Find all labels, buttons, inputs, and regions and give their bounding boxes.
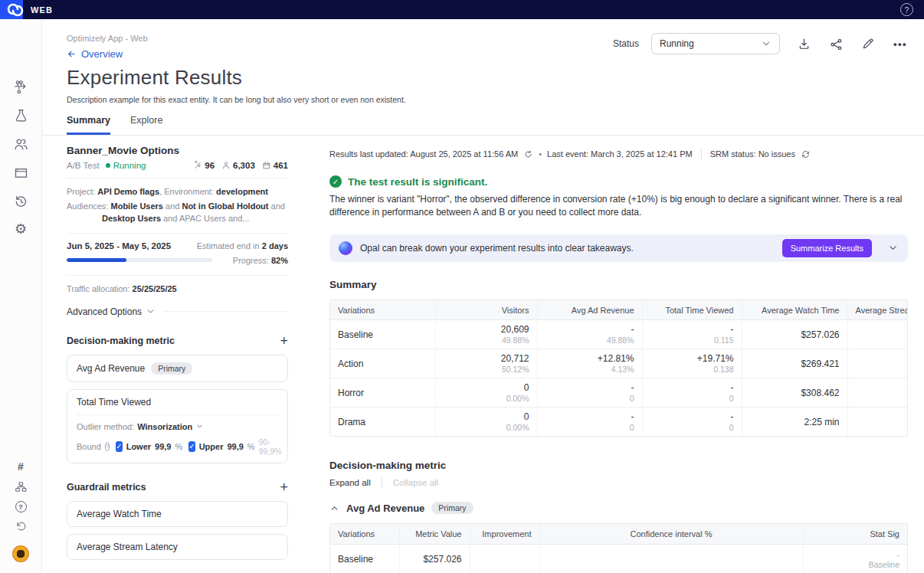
undo-icon[interactable] bbox=[12, 518, 29, 535]
divider bbox=[67, 233, 288, 234]
col-improvement: Improvement bbox=[470, 524, 539, 544]
experiment-status: Running bbox=[113, 161, 146, 170]
metric-card-avg-ad-revenue[interactable]: Avg Ad RevenuePrimary bbox=[67, 355, 288, 382]
experiments-flask-icon[interactable] bbox=[12, 107, 29, 124]
experiment-panel: Banner_Movie Options A/B Test Running 96… bbox=[67, 136, 288, 573]
top-bar: WEB ? bbox=[0, 0, 924, 19]
collapse-all-link[interactable]: Collapse all bbox=[393, 478, 438, 487]
col-average-watch-time: Average Watch Time bbox=[742, 300, 847, 320]
calendar-icon bbox=[262, 161, 271, 170]
bound-range-hint: 90-99,9% bbox=[259, 437, 282, 456]
upper-bound-checkbox[interactable]: ✓ bbox=[188, 441, 195, 452]
date-row: Jun 5, 2025 - May 5, 2025 Estimated end … bbox=[67, 241, 288, 250]
advanced-options-toggle[interactable]: Advanced Options bbox=[67, 306, 288, 317]
guardrail-metrics-header: Guardrail metrics + bbox=[67, 480, 288, 494]
add-metric-button[interactable]: + bbox=[280, 334, 288, 348]
col-variations: Variations bbox=[330, 524, 399, 544]
tab-explore[interactable]: Explore bbox=[130, 115, 162, 135]
metric-card-total-time-viewed[interactable]: Total Time Viewed Outlier method: Winsor… bbox=[67, 389, 288, 463]
table-row: Baseline $257.026 -Baseline bbox=[330, 544, 907, 573]
srm-status-text: SRM status: No issues bbox=[710, 149, 795, 159]
flags-icon[interactable] bbox=[12, 79, 29, 96]
table-row: Action 20,71250.12% +12.81%4.13% +19.71%… bbox=[330, 349, 908, 378]
download-icon[interactable] bbox=[795, 35, 812, 52]
expand-all-link[interactable]: Expand all bbox=[329, 478, 371, 487]
col-metric-value: Metric Value bbox=[399, 524, 470, 544]
guardrail-metrics-title: Guardrail metrics bbox=[67, 482, 146, 493]
divider bbox=[163, 311, 288, 312]
divider bbox=[382, 477, 382, 488]
page-title: Experiment Results bbox=[67, 66, 909, 90]
bound-row: Bound ? ✓ Lower99,9% ✓ Upper99,9% 90-99,… bbox=[77, 437, 278, 456]
guardrail-card-watch-time[interactable]: Average Watch Time bbox=[67, 501, 288, 527]
help-circle-icon[interactable]: ? bbox=[12, 498, 29, 515]
primary-badge: Primary bbox=[151, 362, 192, 375]
progress-fill bbox=[67, 258, 126, 262]
col-avg-ad-revenue: Avg Ad Revenue bbox=[537, 300, 642, 320]
add-guardrail-button[interactable]: + bbox=[280, 480, 288, 494]
lower-bound-checkbox[interactable]: ✓ bbox=[116, 441, 122, 452]
settings-gear-icon[interactable]: ⚙ bbox=[12, 221, 29, 237]
chevron-up-icon bbox=[329, 503, 339, 513]
audiences-users-icon[interactable] bbox=[12, 136, 29, 152]
more-menu-icon[interactable]: ••• bbox=[892, 35, 909, 52]
metric-section-header[interactable]: Avg Ad Revenue Primary bbox=[329, 502, 908, 514]
person-icon bbox=[221, 161, 231, 170]
date-range: Jun 5, 2025 - May 5, 2025 bbox=[67, 241, 171, 250]
chevron-down-icon bbox=[195, 422, 204, 431]
tab-summary[interactable]: Summary bbox=[67, 115, 110, 135]
chevron-down-icon bbox=[146, 306, 156, 316]
help-icon[interactable]: ? bbox=[900, 3, 913, 16]
status-dropdown[interactable]: Running bbox=[651, 33, 780, 54]
edit-pencil-icon[interactable] bbox=[860, 35, 876, 52]
chevron-down-icon[interactable] bbox=[887, 242, 899, 254]
bound-help-icon[interactable]: ? bbox=[105, 442, 110, 451]
summarize-results-button[interactable]: Summarize Results bbox=[782, 239, 872, 257]
chevron-down-icon bbox=[761, 38, 772, 49]
col-confidence-interval: Confidence interval % bbox=[539, 524, 803, 544]
share-icon[interactable] bbox=[827, 35, 844, 52]
sitemap-icon[interactable] bbox=[12, 478, 29, 495]
metric-card-details: Outlier method: Winsorization Bound ? ✓ … bbox=[77, 414, 278, 456]
divider bbox=[67, 275, 288, 276]
page: WEB ? ⚙ # bbox=[0, 0, 924, 573]
divider bbox=[701, 149, 702, 159]
metric-card-label: Total Time Viewed bbox=[77, 397, 151, 408]
experiment-type: A/B Test bbox=[67, 161, 100, 170]
opal-text: Opal can break down your experiment resu… bbox=[360, 243, 634, 254]
results-status-row: Results last updated: August 25, 2025 at… bbox=[329, 149, 908, 159]
refresh-icon[interactable] bbox=[523, 149, 533, 159]
summary-table-wrap: Variations Visitors Avg Ad Revenue Total… bbox=[329, 300, 908, 437]
srm-refresh-icon[interactable] bbox=[801, 149, 811, 159]
nav-rail: ⚙ # ? bbox=[0, 19, 42, 573]
header-actions: Status Running ••• bbox=[613, 33, 909, 54]
decision-metric-header: Decision-making metric + bbox=[67, 334, 288, 348]
summary-heading: Summary bbox=[329, 279, 908, 290]
pages-browser-icon[interactable] bbox=[12, 164, 29, 181]
col-visitors: Visitors bbox=[435, 300, 537, 320]
metrics-stat: 96 bbox=[193, 161, 215, 170]
outlier-method-row[interactable]: Outlier method: Winsorization bbox=[77, 422, 278, 431]
hash-icon[interactable]: # bbox=[12, 458, 29, 475]
last-event-text: Last event: March 3, 2025 at 12:41 PM bbox=[547, 149, 693, 159]
progress-text: Progress: 82% bbox=[233, 256, 288, 265]
table-row: Baseline 20,60949.88% -49.88% -0.115 $25… bbox=[330, 320, 908, 349]
guardrail-card-stream-latency[interactable]: Average Stream Latency bbox=[67, 534, 288, 560]
primary-badge: Primary bbox=[431, 502, 473, 514]
opal-icon bbox=[339, 241, 352, 255]
history-icon[interactable] bbox=[12, 192, 29, 209]
user-avatar[interactable] bbox=[12, 545, 29, 562]
running-status-dot bbox=[106, 163, 110, 168]
metric-card-label: Avg Ad Revenue bbox=[77, 363, 145, 374]
col-average-stream-latency: Average Stream Latency bbox=[847, 300, 908, 320]
status-label: Status bbox=[613, 38, 639, 49]
users-stat: 6,303 bbox=[221, 161, 255, 170]
estimated-end: Estimated end in 2 days bbox=[197, 241, 288, 250]
traffic-allocation: Traffic allocation: 25/25/25/25 bbox=[67, 283, 288, 296]
guardrail-card-label: Average Watch Time bbox=[77, 509, 162, 519]
experiment-meta: A/B Test Running 96 6,303 bbox=[67, 161, 288, 170]
progress-bar bbox=[67, 258, 212, 262]
back-link[interactable]: Overview bbox=[67, 48, 123, 60]
arrow-left-icon bbox=[67, 49, 77, 59]
last-updated-text: Results last updated: August 25, 2025 at… bbox=[329, 149, 518, 159]
